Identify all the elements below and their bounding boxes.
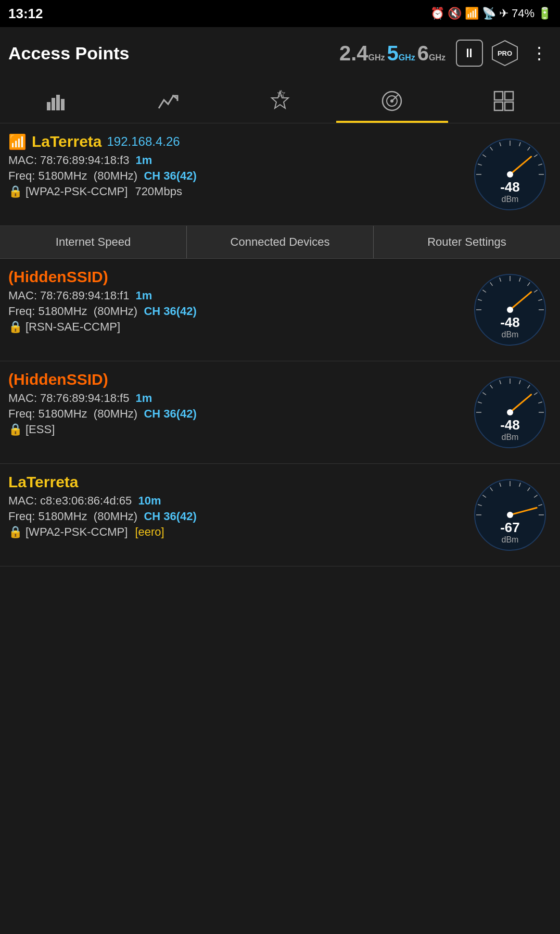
ap-channel-3: CH 36(42) bbox=[144, 407, 196, 420]
airplane-icon: ✈ bbox=[499, 7, 508, 20]
nav-tabs bbox=[0, 79, 560, 123]
gauge-1: -48 dBm bbox=[468, 133, 552, 216]
tab-grid[interactable] bbox=[448, 79, 560, 123]
svg-text:-48: -48 bbox=[500, 179, 520, 195]
svg-rect-4 bbox=[56, 95, 60, 110]
battery-level: 74% bbox=[512, 7, 534, 20]
wifi-connected-icon: 📶 bbox=[8, 133, 27, 150]
pro-badge-icon: PRO bbox=[491, 40, 518, 67]
svg-text:PRO: PRO bbox=[498, 49, 512, 57]
gauge-2: -48 dBm bbox=[468, 268, 552, 351]
tab-trend[interactable] bbox=[112, 79, 224, 123]
sub-tab-router-settings[interactable]: Router Settings bbox=[374, 226, 560, 258]
ap-info-4: LaTerreta MAC: c8:e3:06:86:4d:65 10m Fre… bbox=[8, 473, 462, 557]
lock-icon-1: 🔒 bbox=[8, 185, 22, 198]
frequency-tabs: 2.4GHz 5GHz 6GHz bbox=[339, 43, 446, 64]
ap-freq-row-2: Freq: 5180MHz (80MHz) CH 36(42) bbox=[8, 305, 462, 318]
signal-gauge-1: -48 dBm bbox=[471, 135, 549, 213]
svg-rect-3 bbox=[52, 98, 55, 110]
ap-name-row-3: (HiddenSSID) bbox=[8, 371, 462, 388]
ap-security-2: [RSN-SAE-CCMP] bbox=[26, 320, 120, 334]
svg-marker-6 bbox=[272, 92, 288, 108]
ap-list: 📶 LaTerreta 192.168.4.26 MAC: 78:76:89:9… bbox=[0, 123, 560, 566]
ap-item-4[interactable]: LaTerreta MAC: c8:e3:06:86:4d:65 10m Fre… bbox=[0, 464, 560, 566]
ap-item-2[interactable]: (HiddenSSID) MAC: 78:76:89:94:18:f1 1m F… bbox=[0, 259, 560, 361]
ap-channel-1: CH 36(42) bbox=[144, 169, 196, 182]
tab-bar-chart[interactable] bbox=[0, 79, 112, 123]
tab-signal[interactable] bbox=[336, 79, 448, 123]
svg-text:dBm: dBm bbox=[502, 195, 519, 204]
gauge-3: -48 dBm bbox=[468, 371, 552, 454]
lock-icon-2: 🔒 bbox=[8, 320, 22, 334]
ap-age-2: 1m bbox=[136, 289, 152, 302]
grid-icon bbox=[492, 90, 515, 112]
ap-info-2: (HiddenSSID) MAC: 78:76:89:94:18:f1 1m F… bbox=[8, 268, 462, 351]
svg-text:dBm: dBm bbox=[502, 433, 519, 441]
freq-2-4[interactable]: 2.4GHz bbox=[339, 43, 385, 64]
signal-status-icon: 📡 bbox=[482, 7, 496, 20]
svg-text:-48: -48 bbox=[500, 314, 520, 330]
ap-age-4: 10m bbox=[138, 494, 161, 507]
ap-name-row-1: 📶 LaTerreta 192.168.4.26 bbox=[8, 133, 462, 150]
ap-ssid-4: LaTerreta bbox=[8, 473, 79, 491]
svg-text:-67: -67 bbox=[500, 520, 520, 535]
more-options-button[interactable]: ⋮ bbox=[527, 41, 552, 65]
ap-security-1: [WPA2-PSK-CCMP] bbox=[26, 185, 128, 198]
ap-ssid-3: (HiddenSSID) bbox=[8, 371, 108, 388]
ap-extra-4: [eero] bbox=[135, 525, 164, 539]
ap-ip-1: 192.168.4.26 bbox=[107, 134, 180, 149]
ap-name-row-4: LaTerreta bbox=[8, 473, 462, 491]
svg-rect-12 bbox=[494, 92, 503, 100]
header-actions: ⏸ PRO ⋮ bbox=[456, 40, 552, 67]
ap-security-row-4: 🔒 [WPA2-PSK-CCMP] [eero] bbox=[8, 525, 462, 539]
ap-info-1: 📶 LaTerreta 192.168.4.26 MAC: 78:76:89:9… bbox=[8, 133, 462, 216]
ap-speed-1: 720Mbps bbox=[135, 185, 182, 198]
svg-rect-5 bbox=[61, 99, 65, 110]
bar-chart-icon bbox=[45, 90, 68, 112]
tab-rating[interactable] bbox=[224, 79, 336, 123]
ap-security-4: [WPA2-PSK-CCMP] bbox=[26, 525, 128, 539]
svg-rect-14 bbox=[494, 102, 503, 110]
lock-icon-4: 🔒 bbox=[8, 525, 22, 539]
signal-gauge-4: -67 dBm bbox=[471, 476, 549, 554]
ap-freq-row-1: Freq: 5180MHz (80MHz) CH 36(42) bbox=[8, 169, 462, 183]
alarm-icon: ⏰ bbox=[430, 7, 444, 20]
app-header: Access Points 2.4GHz 5GHz 6GHz ⏸ PRO ⋮ bbox=[0, 27, 560, 79]
signal-gauge-3: -48 dBm bbox=[471, 373, 549, 451]
ap-mac-row-1: MAC: 78:76:89:94:18:f3 1m bbox=[8, 154, 462, 167]
app-title: Access Points bbox=[8, 43, 329, 64]
signal-gauge-2: -48 dBm bbox=[471, 271, 549, 349]
ap-ssid-1: LaTerreta bbox=[32, 133, 102, 150]
ap-item-3[interactable]: (HiddenSSID) MAC: 78:76:89:94:18:f5 1m F… bbox=[0, 361, 560, 464]
gauge-4: -67 dBm bbox=[468, 473, 552, 557]
status-bar: 13:12 ⏰ 🔇 📶 📡 ✈ 74% 🔋 bbox=[0, 0, 560, 27]
svg-point-61 bbox=[507, 409, 513, 415]
status-icons: ⏰ 🔇 📶 📡 ✈ 74% 🔋 bbox=[430, 7, 552, 20]
ap-item-1[interactable]: 📶 LaTerreta 192.168.4.26 MAC: 78:76:89:9… bbox=[0, 123, 560, 226]
ap-security-row-3: 🔒 [ESS] bbox=[8, 423, 462, 436]
star-icon bbox=[269, 90, 291, 112]
pro-badge[interactable]: PRO bbox=[491, 40, 518, 67]
ap-name-row-2: (HiddenSSID) bbox=[8, 268, 462, 286]
ap-security-3: [ESS] bbox=[26, 423, 55, 436]
ap-channel-2: CH 36(42) bbox=[144, 305, 196, 318]
sub-tabs: Internet Speed Connected Devices Router … bbox=[0, 226, 560, 259]
ap-age-1: 1m bbox=[136, 154, 152, 167]
svg-point-77 bbox=[507, 512, 513, 518]
freq-6[interactable]: 6GHz bbox=[417, 43, 446, 64]
ap-age-3: 1m bbox=[136, 392, 152, 405]
sub-tab-internet-speed[interactable]: Internet Speed bbox=[0, 226, 187, 258]
signal-radar-icon bbox=[380, 90, 403, 112]
ap-channel-4: CH 36(42) bbox=[144, 510, 196, 523]
svg-text:-48: -48 bbox=[500, 417, 520, 433]
battery-icon: 🔋 bbox=[538, 7, 552, 20]
ap-freq-row-3: Freq: 5180MHz (80MHz) CH 36(42) bbox=[8, 407, 462, 421]
pause-button[interactable]: ⏸ bbox=[456, 40, 483, 67]
ap-info-3: (HiddenSSID) MAC: 78:76:89:94:18:f5 1m F… bbox=[8, 371, 462, 454]
bottom-area bbox=[0, 566, 560, 931]
svg-rect-15 bbox=[505, 102, 513, 110]
pause-icon: ⏸ bbox=[463, 46, 476, 60]
freq-5[interactable]: 5GHz bbox=[387, 43, 415, 64]
ap-ssid-2: (HiddenSSID) bbox=[8, 268, 108, 286]
sub-tab-connected-devices[interactable]: Connected Devices bbox=[187, 226, 374, 258]
